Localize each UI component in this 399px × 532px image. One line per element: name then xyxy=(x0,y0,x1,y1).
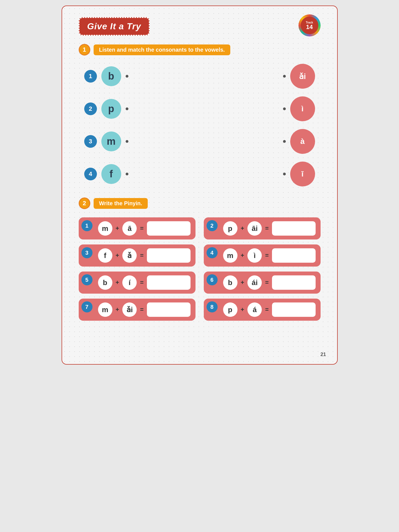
matching-row-3: 3 m à xyxy=(79,129,321,154)
track-badge-outer: Track 14 xyxy=(298,14,321,36)
page-title: Give It a Try xyxy=(87,21,141,31)
pinyin-consonant-4: m xyxy=(223,248,237,263)
pinyin-consonant-8: p xyxy=(223,302,237,317)
header-banner: Give It a Try xyxy=(79,17,150,36)
dot-right-4 xyxy=(283,173,286,175)
matching-left-1: 1 b xyxy=(84,66,128,86)
matching-left-3: 3 m xyxy=(84,131,128,151)
pinyin-consonant-3: f xyxy=(98,248,112,263)
vowel-circle-4: ī xyxy=(290,162,315,186)
pinyin-row-2: 2 p + āi = xyxy=(204,217,321,239)
pinyin-vowel-3: ǎ xyxy=(122,248,137,263)
pinyin-answer-6[interactable] xyxy=(272,275,315,290)
plus-2: + xyxy=(241,225,244,232)
pinyin-answer-7[interactable] xyxy=(147,302,190,317)
plus-6: + xyxy=(241,279,244,286)
matching-left-2: 2 p xyxy=(84,99,128,119)
equals-6: = xyxy=(265,279,269,286)
plus-4: + xyxy=(241,252,244,259)
pinyin-row-6: 6 b + ái = xyxy=(204,272,321,294)
matching-right-1: ǎi xyxy=(283,64,315,89)
pinyin-answer-2[interactable] xyxy=(272,221,315,236)
dot-left-2 xyxy=(126,107,128,110)
consonant-circle-1: b xyxy=(101,66,121,86)
dot-right-1 xyxy=(283,75,286,78)
dot-left-1 xyxy=(126,75,128,78)
pinyin-row-7: 7 m + ǎi = xyxy=(79,299,195,321)
pinyin-row-4: 4 m + ì = xyxy=(204,244,321,267)
consonant-circle-2: p xyxy=(101,99,121,119)
equals-3: = xyxy=(140,252,144,259)
track-number: 14 xyxy=(306,24,313,30)
matching-row-1: 1 b ǎi xyxy=(79,64,321,89)
equals-2: = xyxy=(265,225,269,232)
matching-left-4: 4 f xyxy=(84,164,128,184)
vowel-circle-2: ì xyxy=(290,96,315,121)
pinyin-answer-5[interactable] xyxy=(147,275,190,290)
equals-5: = xyxy=(140,279,144,286)
consonant-circle-3: m xyxy=(101,131,121,151)
track-badge-inner: Track 14 xyxy=(301,17,318,34)
pinyin-num-8: 8 xyxy=(207,301,218,312)
pinyin-answer-4[interactable] xyxy=(272,248,315,263)
section1-header: 1 Listen and match the consonants to the… xyxy=(79,44,321,56)
pinyin-num-6: 6 xyxy=(207,274,218,285)
vowel-circle-3: à xyxy=(290,129,315,154)
pinyin-consonant-6: b xyxy=(223,275,237,290)
section1-instruction: Listen and match the consonants to the v… xyxy=(94,44,231,55)
pinyin-num-4: 4 xyxy=(207,247,218,258)
dot-left-4 xyxy=(126,173,128,175)
equals-4: = xyxy=(265,252,269,259)
pinyin-grid: 1 m + ā = 2 p + āi = xyxy=(79,217,321,321)
matching-right-2: ì xyxy=(283,96,315,121)
track-badge: Track 14 xyxy=(298,14,321,36)
plus-8: + xyxy=(241,306,244,313)
dot-right-3 xyxy=(283,140,286,143)
num-circle-1: 1 xyxy=(84,70,97,83)
pinyin-num-1: 1 xyxy=(81,220,93,231)
matching-right-4: ī xyxy=(283,162,315,186)
num-circle-4: 4 xyxy=(84,168,97,180)
pinyin-vowel-2: āi xyxy=(247,221,262,236)
pinyin-vowel-7: ǎi xyxy=(122,302,137,317)
consonant-circle-4: f xyxy=(101,164,121,184)
pinyin-answer-8[interactable] xyxy=(272,302,315,317)
section2-number: 2 xyxy=(79,197,90,209)
pinyin-num-2: 2 xyxy=(207,220,218,231)
main-page: Give It a Try Track 14 1 Listen and matc… xyxy=(62,6,338,365)
pinyin-consonant-7: m xyxy=(98,302,112,317)
pinyin-consonant-1: m xyxy=(98,221,112,236)
page-number: 21 xyxy=(320,352,326,357)
equals-8: = xyxy=(265,306,269,313)
matching-right-3: à xyxy=(283,129,315,154)
pinyin-num-3: 3 xyxy=(81,247,93,258)
plus-7: + xyxy=(116,306,119,313)
pinyin-row-1: 1 m + ā = xyxy=(79,217,195,239)
pinyin-vowel-1: ā xyxy=(122,221,137,236)
pinyin-vowel-4: ì xyxy=(247,248,262,263)
dot-right-2 xyxy=(283,107,286,110)
pinyin-vowel-6: ái xyxy=(247,275,262,290)
section2-header: 2 Write the Pinyin. xyxy=(79,197,321,209)
pinyin-answer-1[interactable] xyxy=(147,221,190,236)
equals-7: = xyxy=(140,306,144,313)
pinyin-vowel-5: í xyxy=(122,275,137,290)
pinyin-num-7: 7 xyxy=(81,301,93,312)
pinyin-consonant-2: p xyxy=(223,221,237,236)
plus-3: + xyxy=(116,252,119,259)
vowel-circle-1: ǎi xyxy=(290,64,315,89)
plus-5: + xyxy=(116,279,119,286)
equals-1: = xyxy=(140,225,144,232)
pinyin-num-5: 5 xyxy=(81,274,93,285)
pinyin-row-3: 3 f + ǎ = xyxy=(79,244,195,267)
pinyin-consonant-5: b xyxy=(98,275,112,290)
pinyin-answer-3[interactable] xyxy=(147,248,190,263)
pinyin-row-8: 8 p + á = xyxy=(204,299,321,321)
pinyin-vowel-8: á xyxy=(247,302,262,317)
pinyin-row-5: 5 b + í = xyxy=(79,272,195,294)
matching-row-4: 4 f ī xyxy=(79,162,321,186)
matching-row-2: 2 p ì xyxy=(79,96,321,121)
section2-instruction: Write the Pinyin. xyxy=(94,198,148,209)
dot-left-3 xyxy=(126,140,128,143)
section1-number: 1 xyxy=(79,44,90,56)
